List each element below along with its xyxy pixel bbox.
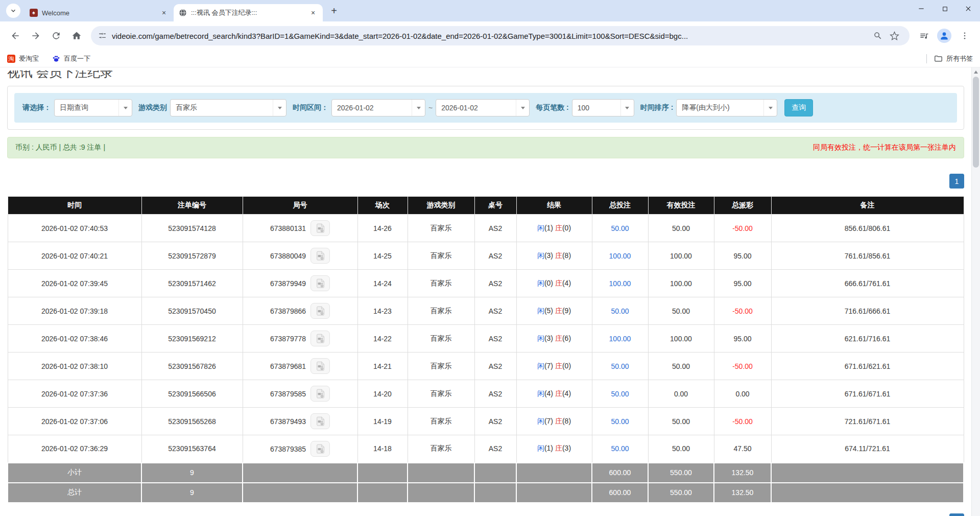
total-bet-cell: 100.00 bbox=[592, 242, 648, 270]
video-replay-icon bbox=[315, 388, 326, 399]
video-replay-button[interactable] bbox=[310, 248, 330, 264]
tab-close-icon[interactable]: × bbox=[159, 8, 169, 17]
game-type-cell: 百家乐 bbox=[408, 353, 474, 380]
table-number-cell: AS2 bbox=[474, 242, 516, 270]
page-1-button[interactable]: 1 bbox=[949, 174, 964, 189]
per-page-value: 100 bbox=[572, 104, 620, 112]
pagination-top: 1 bbox=[7, 174, 964, 189]
home-icon bbox=[71, 31, 82, 41]
session-cell: 14-23 bbox=[357, 297, 408, 325]
minimize-icon bbox=[918, 5, 925, 12]
per-page-select[interactable]: 100 bbox=[572, 99, 634, 116]
window-close-button[interactable] bbox=[957, 0, 980, 17]
bookmark-star-button[interactable] bbox=[886, 28, 902, 44]
filter-label-date-range: 时间区间： bbox=[293, 103, 328, 112]
new-tab-button[interactable]: + bbox=[327, 4, 341, 18]
video-replay-button[interactable] bbox=[310, 413, 330, 429]
time-cell: 2026-01-02 07:36:29 bbox=[8, 435, 141, 463]
welcome-favicon-icon: ♠ bbox=[30, 9, 38, 17]
search-button[interactable]: 查询 bbox=[784, 99, 813, 116]
bottom-page-1-button[interactable]: 1 bbox=[949, 513, 964, 516]
home-button[interactable] bbox=[66, 26, 87, 46]
video-replay-button[interactable] bbox=[310, 386, 330, 402]
result-cell: 闲(3) 庄(8) bbox=[516, 242, 592, 270]
video-replay-button[interactable] bbox=[310, 441, 330, 457]
tab-bet-records[interactable]: :::视讯 会员下注纪录::: × bbox=[174, 4, 323, 21]
total-bet-link[interactable]: 50.00 bbox=[611, 444, 629, 453]
bookmark-aitaobao[interactable]: 淘 爱淘宝 bbox=[7, 54, 39, 63]
video-replay-button[interactable] bbox=[310, 275, 330, 291]
media-controls-button[interactable] bbox=[914, 26, 934, 46]
valid-bet-cell: 100.00 bbox=[648, 325, 714, 353]
tab-welcome[interactable]: ♠ Welcome × bbox=[25, 4, 174, 21]
magnifier-icon bbox=[873, 31, 882, 40]
summary-payout-cell: 132.50 bbox=[714, 483, 771, 503]
round-number-cell: 673880131 bbox=[243, 215, 357, 242]
session-cell: 14-20 bbox=[357, 380, 408, 408]
summary-valid-bet-cell: 550.00 bbox=[648, 463, 714, 483]
scrollbar-up-arrow-icon[interactable] bbox=[974, 71, 978, 74]
date-end-select[interactable]: 2026-01-02 bbox=[436, 99, 530, 116]
window-maximize-button[interactable] bbox=[933, 0, 957, 17]
profile-button[interactable] bbox=[934, 26, 954, 46]
sort-order-select[interactable]: 降幂(由大到小) bbox=[676, 99, 777, 116]
bookmark-baidu[interactable]: 百度一下 bbox=[52, 54, 90, 63]
summary-label-cell: 小计 bbox=[8, 463, 141, 483]
table-row: 2026-01-02 07:40:21523091572879673880049… bbox=[8, 242, 964, 270]
valid-bet-notice-text: 同局有效投注，统一计算在该局第一张注单内 bbox=[813, 143, 956, 152]
zoom-button[interactable] bbox=[870, 28, 886, 44]
filter-label-query-type: 请选择： bbox=[22, 103, 51, 112]
browser-menu-button[interactable] bbox=[954, 26, 975, 46]
table-row: 2026-01-02 07:36:29523091563764673879385… bbox=[8, 435, 964, 463]
column-header: 桌号 bbox=[474, 197, 516, 215]
pagination-bottom: 1 bbox=[7, 513, 964, 516]
table-number-cell: AS2 bbox=[474, 380, 516, 408]
bet-number-cell: 523091572879 bbox=[141, 242, 243, 270]
total-bet-link[interactable]: 50.00 bbox=[611, 307, 629, 315]
bet-number-cell: 523091563764 bbox=[141, 435, 243, 463]
forward-button[interactable] bbox=[26, 26, 46, 46]
total-bet-link[interactable]: 50.00 bbox=[611, 390, 629, 398]
query-type-select[interactable]: 日期查询 bbox=[54, 99, 132, 116]
person-icon bbox=[939, 31, 949, 41]
total-bet-cell: 50.00 bbox=[592, 353, 648, 380]
query-type-value: 日期查询 bbox=[55, 103, 118, 112]
payout-cell: -50.00 bbox=[714, 215, 771, 242]
total-bet-link[interactable]: 50.00 bbox=[611, 224, 629, 232]
summary-label-cell: 总计 bbox=[8, 483, 141, 503]
reload-button[interactable] bbox=[46, 26, 66, 46]
total-bet-link[interactable]: 100.00 bbox=[609, 252, 631, 260]
video-replay-button[interactable] bbox=[310, 358, 330, 374]
page-scrollbar[interactable] bbox=[971, 67, 980, 516]
total-bet-link[interactable]: 50.00 bbox=[611, 362, 629, 370]
video-replay-button[interactable] bbox=[310, 331, 330, 346]
all-bookmarks-label: 所有书签 bbox=[946, 54, 973, 63]
video-replay-icon bbox=[315, 443, 326, 454]
chevron-down-icon bbox=[273, 100, 286, 116]
window-minimize-button[interactable] bbox=[910, 0, 933, 17]
video-replay-button[interactable] bbox=[310, 303, 330, 319]
video-replay-button[interactable] bbox=[310, 220, 330, 236]
scrollbar-thumb[interactable] bbox=[973, 77, 979, 168]
address-bar[interactable]: videoie.com/game/betrecord_search/kind3?… bbox=[91, 26, 910, 45]
date-start-select[interactable]: 2026-01-02 bbox=[331, 99, 425, 116]
back-button[interactable] bbox=[5, 26, 26, 46]
url-text[interactable]: videoie.com/game/betrecord_search/kind3?… bbox=[112, 32, 870, 40]
total-bet-link[interactable]: 50.00 bbox=[611, 417, 629, 426]
column-header: 有效投注 bbox=[648, 197, 714, 215]
total-bet-link[interactable]: 100.00 bbox=[609, 279, 631, 288]
result-cell: 闲(1) 庄(3) bbox=[516, 435, 592, 463]
tab-close-icon[interactable]: × bbox=[308, 8, 318, 17]
tab-search-button[interactable] bbox=[6, 4, 20, 18]
total-bet-link[interactable]: 100.00 bbox=[609, 335, 631, 343]
time-cell: 2026-01-02 07:39:18 bbox=[8, 297, 141, 325]
browser-toolbar: videoie.com/game/betrecord_search/kind3?… bbox=[0, 21, 980, 50]
game-type-select[interactable]: 百家乐 bbox=[170, 99, 286, 116]
star-icon bbox=[890, 31, 899, 41]
payout-cell: -50.00 bbox=[714, 297, 771, 325]
site-info-icon[interactable] bbox=[98, 32, 107, 40]
all-bookmarks-button[interactable]: 所有书签 bbox=[934, 54, 973, 63]
time-cell: 2026-01-02 07:39:45 bbox=[8, 270, 141, 297]
chevron-down-icon bbox=[620, 100, 634, 116]
toolbar-right-icons bbox=[914, 26, 975, 46]
